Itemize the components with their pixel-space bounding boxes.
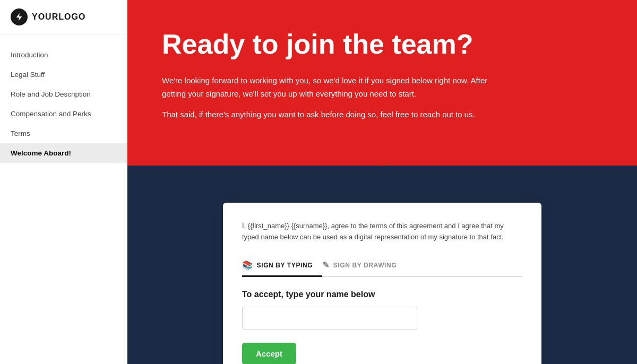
logo-text: YOURLOGO: [32, 12, 85, 22]
agreement-text: I, {{first_name}} {{surname}}, agree to …: [242, 221, 522, 243]
tab-typing-label: SIGN BY TYPING: [257, 262, 313, 269]
sidebar-item-legal-stuff[interactable]: Legal Stuff: [0, 65, 127, 84]
sidebar-item-terms[interactable]: Terms: [0, 124, 127, 143]
sidebar-item-role-job-description[interactable]: Role and Job Description: [0, 84, 127, 104]
hero-section: Ready to join the team? We're looking fo…: [127, 0, 637, 166]
sidebar-nav: Introduction Legal Stuff Role and Job De…: [0, 34, 127, 174]
sidebar-item-compensation-perks[interactable]: Compensation and Perks: [0, 104, 127, 124]
signature-tabs: 📚 SIGN BY TYPING ✎ SIGN BY DRAWING: [242, 255, 522, 277]
svg-marker-0: [16, 13, 22, 21]
drawing-icon: ✎: [322, 260, 330, 270]
tab-sign-by-typing[interactable]: 📚 SIGN BY TYPING: [242, 255, 322, 277]
hero-paragraph-1: We're looking forward to working with yo…: [162, 74, 491, 101]
main-content: Ready to join the team? We're looking fo…: [127, 0, 637, 364]
signature-card: I, {{first_name}} {{surname}}, agree to …: [223, 203, 541, 364]
dark-section: I, {{first_name}} {{surname}}, agree to …: [127, 166, 637, 364]
sidebar-item-welcome-aboard[interactable]: Welcome Aboard!: [0, 143, 127, 163]
logo-icon: [11, 8, 28, 25]
tab-divider: [406, 255, 522, 276]
name-field-label: To accept, type your name below: [242, 290, 522, 299]
hero-heading: Ready to join the team?: [162, 29, 602, 59]
logo-container: YOURLOGO: [0, 0, 127, 34]
typing-icon: 📚: [242, 260, 253, 270]
sidebar: YOURLOGO Introduction Legal Stuff Role a…: [0, 0, 127, 364]
name-input[interactable]: [242, 307, 417, 330]
tab-drawing-label: SIGN BY DRAWING: [333, 262, 397, 269]
accept-button[interactable]: Accept: [242, 343, 296, 364]
hero-arrow: [361, 145, 403, 166]
tab-sign-by-drawing[interactable]: ✎ SIGN BY DRAWING: [322, 255, 406, 277]
sidebar-item-introduction[interactable]: Introduction: [0, 45, 127, 65]
hero-paragraph-2: That said, if there's anything you want …: [162, 108, 491, 122]
